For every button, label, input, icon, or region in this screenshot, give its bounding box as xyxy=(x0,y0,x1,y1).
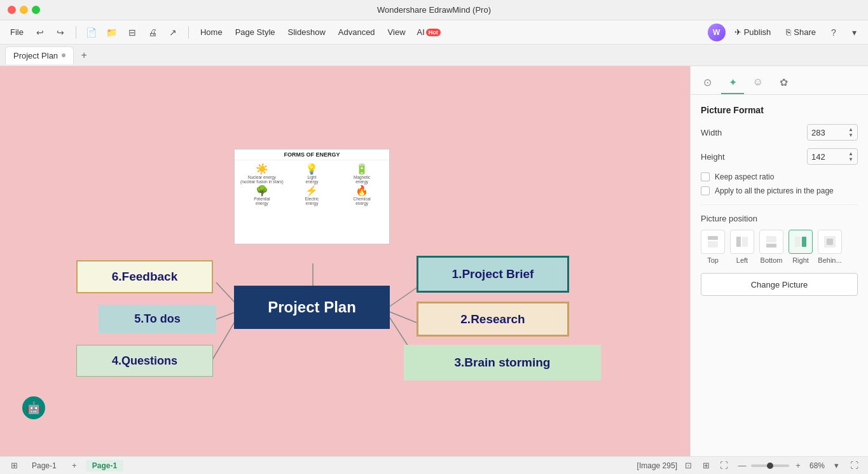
energy-electric: ⚡Electricenergy xyxy=(287,185,337,206)
close-button[interactable] xyxy=(8,6,16,14)
menu-advanced[interactable]: Advanced xyxy=(333,25,380,39)
left-node-2[interactable]: 5.To dos xyxy=(99,305,216,333)
page-label[interactable]: Page-1 xyxy=(25,460,63,471)
position-bottom[interactable]: Bottom xyxy=(759,230,783,264)
position-right[interactable]: Right xyxy=(789,230,813,264)
position-behind[interactable]: Behin... xyxy=(818,230,842,264)
menu-view[interactable]: View xyxy=(383,25,411,39)
expand-icon[interactable]: ⊞ xyxy=(700,459,713,472)
image-node[interactable]: FORMS OF ENERGY ☀️Nuclear energy(nuclear… xyxy=(234,149,390,244)
zoom-dropdown[interactable]: ▾ xyxy=(830,459,843,472)
position-left-label: Left xyxy=(736,256,748,264)
keep-aspect-row: Keep aspect ratio xyxy=(701,172,858,181)
energy-magnetic: 🔋Magneticenergy xyxy=(337,163,387,184)
apply-all-checkbox[interactable] xyxy=(701,186,710,195)
energy-grid: ☀️Nuclear energy(nuclear fusion in stars… xyxy=(235,160,389,208)
height-input[interactable]: 142 ▲ ▼ xyxy=(807,148,858,165)
height-row: Height 142 ▲ ▼ xyxy=(701,148,858,165)
settings-icon: ✿ xyxy=(780,76,788,88)
panel-tab-format[interactable]: ⊙ xyxy=(696,71,719,94)
maximize-button[interactable] xyxy=(32,6,40,14)
position-top-icon xyxy=(701,230,725,254)
image-title: FORMS OF ENERGY xyxy=(235,150,389,160)
dropdown-button[interactable]: ▾ xyxy=(845,24,863,41)
zoom-slider[interactable] xyxy=(751,464,789,467)
right-panel: ⊙ ✦ ☺ ✿ Picture Format Width 283 xyxy=(690,66,868,456)
tab-bar: Project Plan + xyxy=(0,45,868,66)
keep-aspect-checkbox[interactable] xyxy=(701,172,710,181)
menu-home[interactable]: Home xyxy=(195,25,228,39)
export-button[interactable]: ↗ xyxy=(164,24,182,41)
panel-tab-settings[interactable]: ✿ xyxy=(772,71,795,94)
undo-button[interactable]: ↩ xyxy=(31,24,49,41)
panel-content: Picture Format Width 283 ▲ ▼ Height 142 xyxy=(691,95,868,456)
position-behind-label: Behin... xyxy=(818,256,841,264)
help-button[interactable]: ? xyxy=(825,24,843,41)
left-node-1[interactable]: 6.Feedback xyxy=(76,260,213,293)
fit-icon[interactable]: ⊡ xyxy=(682,459,695,472)
svg-rect-16 xyxy=(827,239,833,245)
right-node-3[interactable]: 3.Brain storming xyxy=(404,345,601,380)
height-spinners[interactable]: ▲ ▼ xyxy=(848,151,853,162)
position-grid: Top Left Bottom xyxy=(701,230,858,264)
right-node-2-text: 2.Research xyxy=(460,312,525,326)
robot-icon[interactable]: 🤖 xyxy=(22,396,45,419)
zoom-slider-thumb xyxy=(767,463,773,469)
panel-tabs: ⊙ ✦ ☺ ✿ xyxy=(691,66,868,95)
position-bottom-label: Bottom xyxy=(761,256,783,264)
minimize-button[interactable] xyxy=(20,6,28,14)
hot-badge: Hot xyxy=(426,29,441,36)
print-button[interactable]: 🖨 xyxy=(144,24,162,41)
open-button[interactable]: 📁 xyxy=(103,24,121,41)
zoom-minus-button[interactable]: — xyxy=(736,459,748,472)
width-input[interactable]: 283 ▲ ▼ xyxy=(807,124,858,141)
share-icon: ⎘ xyxy=(786,27,791,37)
tab-label: Project Plan xyxy=(13,51,58,60)
sidebar-toggle-icon[interactable]: ⊞ xyxy=(8,459,20,472)
svg-rect-7 xyxy=(708,236,718,240)
right-node-1[interactable]: 1.Project Brief xyxy=(417,256,569,293)
menu-slideshow[interactable]: Slideshow xyxy=(283,25,331,39)
panel-divider xyxy=(701,204,858,205)
left-node-3[interactable]: 4.Questions xyxy=(76,345,213,377)
redo-button[interactable]: ↪ xyxy=(52,24,69,41)
emoji-icon: ☺ xyxy=(753,76,763,88)
fit-view-icon[interactable]: ⛶ xyxy=(848,459,860,472)
zoom-plus-button[interactable]: + xyxy=(792,459,804,472)
position-right-label: Right xyxy=(792,256,809,264)
width-value: 283 xyxy=(811,128,825,137)
right-node-1-text: 1.Project Brief xyxy=(452,267,534,281)
svg-rect-10 xyxy=(742,237,748,247)
avatar[interactable]: W xyxy=(708,24,726,41)
publish-button[interactable]: ✈ Publish xyxy=(728,25,778,39)
left-node-1-text: 6.Feedback xyxy=(112,270,178,284)
central-node[interactable]: Project Plan xyxy=(234,286,390,329)
panel-tab-emoji[interactable]: ☺ xyxy=(747,71,769,94)
position-top[interactable]: Top xyxy=(701,230,725,264)
fullscreen-icon[interactable]: ⛶ xyxy=(718,459,731,472)
menu-page-style[interactable]: Page Style xyxy=(230,25,280,39)
window-controls[interactable] xyxy=(8,6,40,14)
menu-ai[interactable]: AI Hot xyxy=(413,26,444,38)
title-bar: Wondershare EdrawMind (Pro) xyxy=(0,0,868,20)
menu-file[interactable]: File xyxy=(5,25,29,39)
layout-button[interactable]: ⊟ xyxy=(123,24,141,41)
panel-tab-style[interactable]: ✦ xyxy=(721,71,744,94)
current-page-tab[interactable]: Page-1 xyxy=(86,460,123,471)
share-button[interactable]: ⎘ Share xyxy=(780,25,822,39)
height-label: Height xyxy=(701,152,725,162)
add-page-button[interactable]: + xyxy=(68,459,81,472)
width-spinners[interactable]: ▲ ▼ xyxy=(848,127,853,138)
canvas[interactable]: FORMS OF ENERGY ☀️Nuclear energy(nuclear… xyxy=(0,66,690,456)
status-bar: ⊞ Page-1 + Page-1 [Image 295] ⊡ ⊞ ⛶ — + … xyxy=(0,456,868,474)
width-row: Width 283 ▲ ▼ xyxy=(701,124,858,141)
tab-add-button[interactable]: + xyxy=(76,48,92,63)
svg-line-4 xyxy=(385,286,420,310)
new-button[interactable]: 📄 xyxy=(83,24,100,41)
apply-all-row: Apply to all the pictures in the page xyxy=(701,186,858,195)
svg-rect-14 xyxy=(802,237,806,247)
tab-project-plan[interactable]: Project Plan xyxy=(5,46,74,64)
right-node-2[interactable]: 2.Research xyxy=(417,302,569,337)
change-picture-button[interactable]: Change Picture xyxy=(701,273,858,296)
position-left[interactable]: Left xyxy=(730,230,754,264)
